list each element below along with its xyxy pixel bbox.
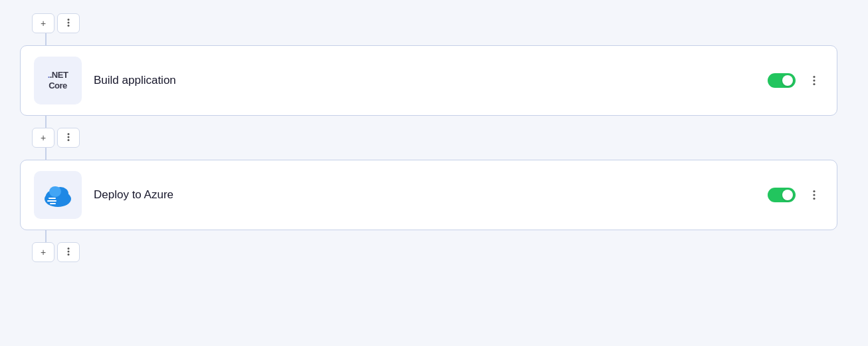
svg-point-8 [68,139,70,141]
build-app-controls [768,71,823,90]
deploy-azure-controls [768,186,823,204]
svg-point-5 [813,83,815,85]
svg-point-0 [68,19,70,21]
more-icon-3 [64,247,73,258]
deploy-azure-more-button[interactable] [805,186,823,204]
middle-add-button[interactable]: + [32,128,54,148]
svg-point-1 [68,21,70,23]
svg-point-2 [68,25,70,27]
deploy-azure-toggle[interactable] [768,188,796,202]
more-icon [64,18,73,29]
svg-point-4 [813,79,815,81]
top-more-button[interactable] [57,13,80,33]
top-action-buttons: + [32,13,80,33]
plus-icon-2: + [41,132,46,143]
svg-point-21 [68,254,70,256]
dotnet-line1: ..NET [48,70,68,81]
build-app-more-button[interactable] [805,71,823,90]
toggle-thumb [782,75,793,86]
dotnet-icon: ..NET Core [48,70,68,90]
vertical-dots-icon [808,75,820,86]
svg-point-6 [68,133,70,135]
svg-point-18 [813,198,815,200]
azure-cloud-icon [41,182,75,208]
azure-icon-wrapper [34,171,82,219]
vertical-dots-icon-2 [808,189,820,201]
dotnet-line2: Core [48,81,68,91]
plus-icon-3: + [41,247,46,258]
connector-top-1 [45,33,47,45]
toggle-thumb-2 [782,190,793,200]
middle-action-buttons: + [32,128,80,148]
svg-point-17 [813,194,815,196]
build-app-label: Build application [94,74,756,87]
plus-icon: + [41,18,46,29]
middle-more-button[interactable] [57,128,80,148]
bottom-action-buttons: + [32,242,80,262]
svg-point-20 [68,250,70,252]
svg-point-19 [68,248,70,250]
task-card-build-app: ..NET Core Build application [20,45,837,116]
connector-top-2 [45,148,47,160]
toggle-track [768,73,796,88]
top-add-button[interactable]: + [32,13,54,33]
dotnet-icon-wrapper: ..NET Core [34,57,82,104]
svg-point-3 [813,76,815,78]
build-app-toggle[interactable] [768,73,796,88]
toggle-track-2 [768,188,796,202]
task-card-deploy-azure: Deploy to Azure [20,160,837,230]
pipeline-container: + ..NET Core Build application [0,0,868,275]
svg-point-16 [813,190,815,192]
more-icon-2 [64,132,73,144]
connector-bottom-2 [45,230,47,242]
bottom-add-button[interactable]: + [32,242,54,262]
svg-point-12 [49,186,61,197]
bottom-more-button[interactable] [57,242,80,262]
connector-bottom-1 [45,116,47,128]
deploy-azure-label: Deploy to Azure [94,188,756,202]
svg-point-7 [68,136,70,138]
